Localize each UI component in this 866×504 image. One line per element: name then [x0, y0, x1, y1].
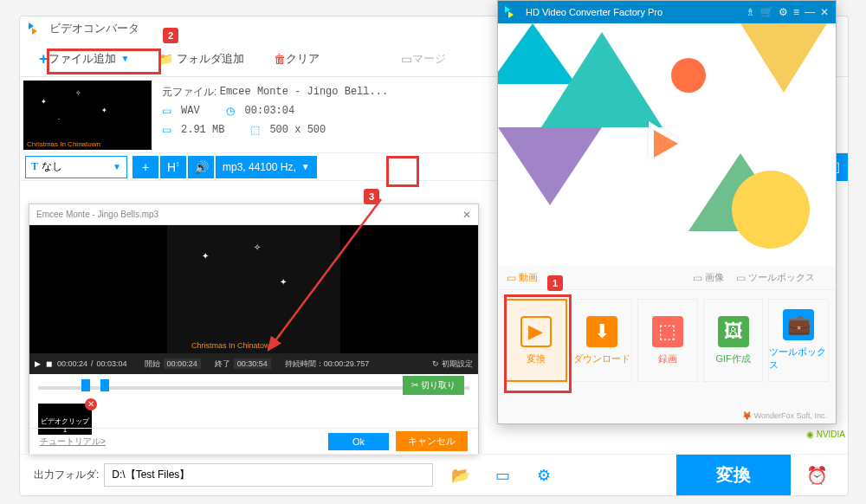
- fox-icon: 🦊: [742, 411, 752, 420]
- ok-button[interactable]: Ok: [328, 433, 389, 450]
- source-file-label: 元ファイル:: [162, 85, 216, 100]
- add-folder-label: フォルダ追加: [177, 51, 244, 67]
- app-logo-icon: [505, 4, 520, 20]
- settings-icon[interactable]: ⚙: [779, 6, 788, 18]
- cut-button[interactable]: ✂ 切り取り: [403, 376, 464, 395]
- height-icon: H↕: [167, 160, 179, 174]
- launcher-title: HD Video Converter Factory Pro: [526, 7, 662, 17]
- options-button[interactable]: ▭: [488, 462, 516, 489]
- filesize-icon: ▭: [162, 124, 176, 136]
- chevron-down-icon: ▼: [301, 162, 310, 171]
- tutorial-link[interactable]: チュートリアル>: [40, 436, 106, 448]
- format-icon: ▭: [162, 105, 176, 117]
- clear-label: クリア: [286, 51, 320, 67]
- trim-title-bar: Emcee Monte - Jingo Bells.mp3 ✕: [29, 204, 478, 225]
- end-label: 終了: [215, 359, 230, 370]
- app-title: ビデオコンバータ: [49, 21, 139, 36]
- vendor-label: WonderFox Soft, Inc.: [754, 411, 827, 420]
- menu-icon[interactable]: ≡: [793, 6, 799, 18]
- tab-tools[interactable]: ▭ツールボックス: [736, 271, 815, 284]
- app-gif[interactable]: 🖼 GIF作成: [703, 299, 764, 382]
- minimize-button[interactable]: —: [805, 6, 815, 18]
- chevron-down-icon: ▼: [113, 162, 121, 171]
- app-logo-icon: [29, 21, 44, 36]
- source-size: 2.91 MB: [181, 124, 224, 136]
- launcher-title-bar: HD Video Converter Factory Pro ♗ 🛒 ⚙ ≡ —…: [498, 1, 836, 23]
- callout-2: 2: [163, 28, 178, 43]
- duration-time: 00:00:29.757: [324, 359, 370, 368]
- subtitle-dropdown[interactable]: T なし ▼: [25, 156, 127, 178]
- trim-start-handle[interactable]: [81, 379, 90, 391]
- trim-footer: チュートリアル> Ok キャンセル: [29, 428, 478, 454]
- audio-button[interactable]: 🔊: [188, 156, 214, 178]
- start-time[interactable]: 00:00:24: [164, 359, 201, 369]
- duration-label: 持続時間：: [285, 359, 324, 370]
- browse-folder-button[interactable]: 📂: [447, 462, 475, 489]
- video-icon: ▭: [507, 272, 516, 284]
- callout-1: 1: [547, 275, 563, 291]
- audio-info-value: mp3, 44100 Hz,: [223, 161, 296, 173]
- output-folder-label: 出力フォルダ:: [34, 468, 99, 482]
- add-subtitle-button[interactable]: +: [132, 156, 158, 178]
- app-download[interactable]: ⬇ ダウンロード: [572, 299, 633, 382]
- app-record[interactable]: ⬚ 録画: [637, 299, 698, 382]
- trash-icon: 🗑: [274, 52, 286, 66]
- trim-dialog: Emcee Monte - Jingo Bells.mp3 ✕ ✦ ✧ ✦ Ch…: [29, 204, 479, 455]
- subtitle-value: なし: [42, 159, 62, 174]
- tab-video[interactable]: ▭動画: [507, 271, 538, 284]
- thumb-caption: Christmas In Chinatown: [27, 140, 100, 148]
- height-button[interactable]: H↕: [160, 156, 186, 178]
- end-time[interactable]: 00:30:54: [234, 359, 271, 369]
- text-icon: T: [31, 160, 38, 173]
- delete-clip-button[interactable]: ✕: [85, 398, 97, 410]
- launcher-footer: 🦊 WonderFox Soft, Inc.: [742, 411, 827, 420]
- source-dimensions: 500 x 500: [269, 124, 326, 136]
- output-folder-path[interactable]: D:\【Test Files】: [104, 463, 433, 487]
- add-folder-button[interactable]: フォルダ追加: [148, 46, 255, 72]
- record-icon: ⬚: [652, 316, 683, 347]
- dimensions-icon: ⬚: [250, 124, 264, 136]
- close-button[interactable]: ✕: [820, 6, 829, 18]
- preview-caption: Christmas In Chinatown: [191, 341, 275, 350]
- download-icon: ⬇: [586, 316, 617, 347]
- clock-icon: ◷: [226, 105, 240, 117]
- playback-total: 00:03:04: [97, 359, 127, 368]
- start-label: 開始: [145, 359, 160, 370]
- stop-button[interactable]: ◼: [46, 359, 52, 368]
- cancel-button[interactable]: キャンセル: [396, 431, 468, 451]
- hero-logo-icon: [628, 106, 706, 184]
- trim-timeline[interactable]: ✂ 切り取り: [29, 374, 478, 400]
- launcher-hero: [498, 23, 836, 266]
- convert-button[interactable]: 変換: [676, 455, 791, 495]
- tab-image[interactable]: ▭画像: [693, 271, 724, 284]
- account-icon[interactable]: ♗: [746, 6, 755, 18]
- file-thumbnail[interactable]: ✦ ✧ ✦ · Christmas In Chinatown: [23, 81, 152, 150]
- preset-button[interactable]: ↻ 初期設定: [432, 359, 473, 370]
- merge-icon: ▭: [401, 52, 412, 66]
- merge-button[interactable]: ▭ マージ: [391, 46, 456, 72]
- app-tools[interactable]: 💼 ツールボックス: [768, 299, 829, 382]
- plus-icon: +: [142, 160, 149, 174]
- alarm-button[interactable]: ⏰: [799, 465, 834, 486]
- callout-box-3-trim: [386, 156, 419, 187]
- merge-label: マージ: [412, 51, 446, 67]
- settings-button[interactable]: ⚙: [530, 462, 558, 489]
- close-button[interactable]: ✕: [462, 209, 471, 221]
- callout-3: 3: [364, 189, 379, 204]
- gif-icon: 🖼: [718, 316, 749, 347]
- trim-playback-controls: ▶ ◼ 00:00:24 / 00:03:04 開始 00:00:24 終了 0…: [29, 353, 478, 374]
- cart-icon[interactable]: 🛒: [760, 6, 773, 18]
- playback-position: 00:00:24: [57, 359, 87, 368]
- callout-box-1-convert: [504, 294, 572, 393]
- trim-end-handle[interactable]: [100, 379, 109, 391]
- nvidia-badge: ◉ NVIDIA: [806, 430, 845, 439]
- bottom-bar: 出力フォルダ: D:\【Test Files】 📂 ▭ ⚙ 変換 ⏰: [20, 454, 848, 495]
- callout-box-2: [47, 48, 161, 74]
- toolbox-icon: 💼: [783, 309, 814, 340]
- clear-button[interactable]: 🗑 クリア: [263, 46, 330, 72]
- source-file-name: Emcee Monte - Jingo Bell...: [220, 86, 388, 98]
- audio-info-field[interactable]: mp3, 44100 Hz, ▼: [216, 156, 317, 178]
- trim-preview: ✦ ✧ ✦ Christmas In Chinatown: [29, 225, 478, 353]
- source-duration: 00:03:04: [245, 105, 295, 117]
- play-button[interactable]: ▶: [35, 359, 41, 368]
